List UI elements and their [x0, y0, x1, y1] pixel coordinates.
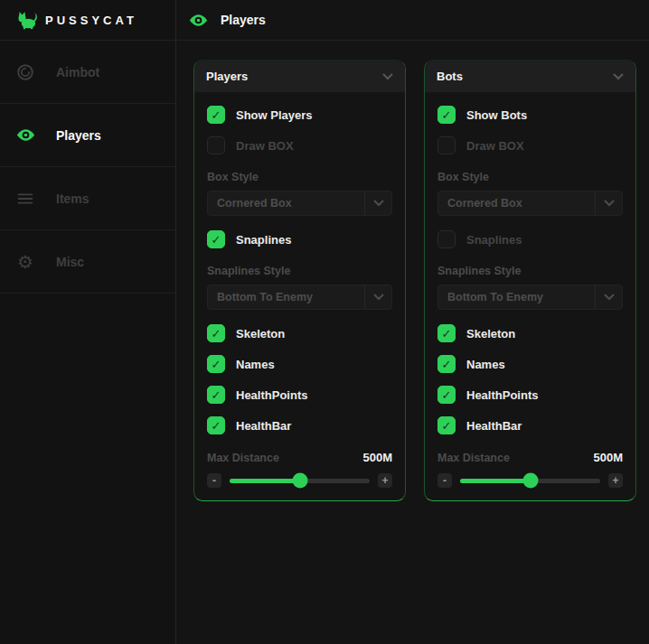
decrement-button[interactable]: -	[207, 473, 221, 488]
app-window: PUSSYCAT Aimbot Players	[0, 0, 649, 644]
panel-title: Players	[206, 70, 248, 83]
show-bots-row[interactable]: ✓ Show Bots	[437, 106, 623, 124]
max-distance-row: Max Distance 500M	[207, 451, 392, 464]
bots-panel: Bots ✓ Show Bots Draw BOX Box Style	[424, 60, 636, 501]
chevron-down-icon[interactable]	[613, 61, 624, 92]
snaplines-row[interactable]: Snaplines	[437, 230, 623, 248]
slider-fill	[230, 479, 300, 483]
max-distance-row: Max Distance 500M	[437, 451, 623, 464]
checkbox-label: Skeleton	[466, 327, 515, 341]
checkbox-label: HealthBar	[466, 419, 522, 433]
draw-box-checkbox[interactable]	[437, 136, 456, 154]
healthpoints-row[interactable]: ✓ HealthPoints	[437, 386, 623, 404]
names-checkbox[interactable]: ✓	[207, 355, 225, 373]
skeleton-checkbox[interactable]: ✓	[207, 324, 225, 342]
cat-icon	[14, 10, 38, 30]
show-bots-checkbox[interactable]: ✓	[437, 106, 456, 124]
checkbox-label: HealthPoints	[466, 388, 538, 402]
names-row[interactable]: ✓ Names	[437, 355, 623, 373]
sidebar-item-label: Players	[56, 128, 101, 143]
sidebar-item-items[interactable]: Items	[0, 167, 175, 230]
draw-box-checkbox[interactable]	[207, 136, 225, 154]
max-distance-label: Max Distance	[207, 452, 279, 464]
gear-icon: ⚙	[14, 251, 36, 273]
snaplines-style-select[interactable]: Bottom To Enemy	[437, 285, 623, 310]
healthpoints-row[interactable]: ✓ HealthPoints	[207, 386, 392, 404]
checkbox-label: Show Bots	[466, 108, 527, 122]
increment-button[interactable]: +	[378, 473, 392, 488]
content: Players ✓ Show Players Draw BOX Box Styl…	[176, 41, 649, 644]
healthpoints-checkbox[interactable]: ✓	[207, 386, 225, 404]
show-players-row[interactable]: ✓ Show Players	[207, 106, 392, 124]
names-row[interactable]: ✓ Names	[207, 355, 392, 373]
players-panel: Players ✓ Show Players Draw BOX Box Styl…	[193, 60, 406, 501]
select-value: Cornered Box	[438, 197, 595, 210]
skeleton-row[interactable]: ✓ Skeleton	[207, 324, 392, 342]
chevron-down-icon[interactable]	[382, 61, 393, 92]
slider-thumb[interactable]	[292, 473, 307, 489]
show-players-checkbox[interactable]: ✓	[207, 106, 225, 124]
page-header: Players	[176, 0, 649, 41]
healthbar-row[interactable]: ✓ HealthBar	[437, 416, 623, 434]
bots-panel-body: ✓ Show Bots Draw BOX Box Style Cornered …	[425, 106, 635, 500]
checkbox-label: HealthPoints	[236, 388, 307, 402]
sidebar-item-label: Items	[56, 191, 89, 206]
sidebar-item-label: Misc	[56, 255, 84, 269]
list-icon	[14, 188, 36, 210]
sidebar-item-label: Aimbot	[56, 65, 99, 79]
players-panel-body: ✓ Show Players Draw BOX Box Style Corner…	[194, 106, 405, 500]
checkbox-label: Show Players	[236, 108, 313, 122]
players-panel-header: Players	[194, 61, 405, 93]
slider-track[interactable]	[460, 479, 600, 483]
sidebar-item-aimbot[interactable]: Aimbot	[0, 41, 175, 104]
checkbox-label: Names	[236, 358, 275, 371]
sidebar: PUSSYCAT Aimbot Players	[0, 0, 176, 644]
names-checkbox[interactable]: ✓	[437, 355, 456, 373]
max-distance-label: Max Distance	[437, 452, 510, 464]
max-distance-slider: - +	[437, 473, 623, 488]
sidebar-item-players[interactable]: Players	[0, 104, 175, 167]
max-distance-value: 500M	[362, 451, 392, 464]
eye-icon	[188, 10, 209, 31]
snaplines-row[interactable]: ✓ Snaplines	[207, 230, 392, 248]
select-value: Bottom To Enemy	[438, 291, 595, 303]
checkbox-label: Draw BOX	[466, 139, 524, 153]
brand-name: PUSSYCAT	[45, 14, 137, 27]
snaplines-style-label: Snaplines Style	[437, 265, 623, 277]
chevron-down-icon	[595, 191, 622, 215]
main-area: Players Players ✓ Show Players	[176, 0, 649, 644]
snaplines-checkbox[interactable]: ✓	[207, 230, 225, 248]
healthbar-checkbox[interactable]: ✓	[207, 416, 225, 434]
checkbox-label: Snaplines	[236, 233, 291, 247]
decrement-button[interactable]: -	[437, 473, 452, 488]
healthpoints-checkbox[interactable]: ✓	[437, 386, 456, 404]
bots-panel-header: Bots	[425, 61, 635, 93]
chevron-down-icon	[364, 285, 391, 309]
aim-icon	[14, 61, 36, 83]
draw-box-row[interactable]: Draw BOX	[437, 136, 623, 154]
healthbar-row[interactable]: ✓ HealthBar	[207, 416, 392, 434]
snaplines-checkbox[interactable]	[437, 230, 456, 248]
snaplines-style-select[interactable]: Bottom To Enemy	[207, 285, 392, 310]
increment-button[interactable]: +	[608, 473, 623, 488]
healthbar-checkbox[interactable]: ✓	[437, 416, 456, 434]
brand-logo: PUSSYCAT	[0, 0, 175, 41]
slider-thumb[interactable]	[522, 473, 538, 489]
skeleton-row[interactable]: ✓ Skeleton	[437, 324, 623, 342]
max-distance-slider: - +	[207, 473, 392, 488]
snaplines-style-label: Snaplines Style	[207, 265, 392, 277]
checkbox-label: HealthBar	[236, 419, 291, 433]
chevron-down-icon	[364, 191, 391, 215]
eye-icon	[14, 125, 36, 146]
page-title: Players	[221, 13, 266, 27]
skeleton-checkbox[interactable]: ✓	[437, 324, 456, 342]
box-style-select[interactable]: Cornered Box	[207, 191, 392, 216]
box-style-select[interactable]: Cornered Box	[437, 191, 623, 216]
select-value: Bottom To Enemy	[208, 291, 364, 303]
slider-track[interactable]	[230, 479, 370, 483]
sidebar-item-misc[interactable]: ⚙ Misc	[0, 230, 175, 294]
draw-box-row[interactable]: Draw BOX	[207, 136, 392, 154]
box-style-label: Box Style	[207, 171, 392, 183]
select-value: Cornered Box	[208, 197, 364, 210]
box-style-label: Box Style	[437, 171, 623, 183]
